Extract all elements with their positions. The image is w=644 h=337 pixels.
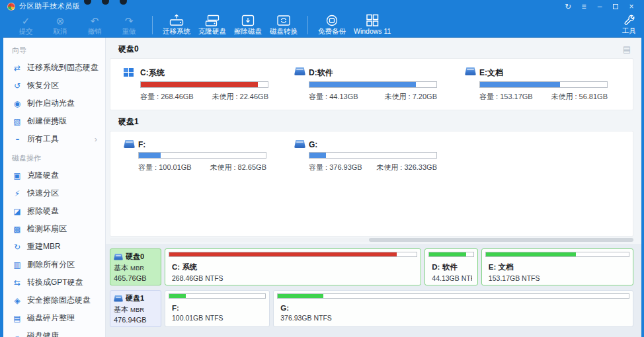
usage-bar xyxy=(309,152,437,159)
delete-partitions-icon: ▥ xyxy=(12,261,22,269)
usage-bar xyxy=(140,81,268,88)
disk1-map-card[interactable]: 硬盘1 基本 MBR 476.94GB xyxy=(110,290,161,327)
map-partition-e[interactable]: E: 文档 153.17GB NTFS xyxy=(481,248,633,285)
portable-version-icon: ▧ xyxy=(12,118,22,126)
drive-icon xyxy=(294,140,305,148)
disk0-map-name: 硬盘0 xyxy=(126,252,144,262)
map-partition-info: 268.46GB NTFS xyxy=(172,274,415,282)
capacity-text: 容量 : 100.01GB xyxy=(138,163,192,172)
undo-button[interactable]: ↶ 撤销 xyxy=(77,13,112,37)
toolbar-divider xyxy=(152,16,153,34)
migrate-system-button[interactable]: 迁移系统 xyxy=(159,13,194,37)
partition-g[interactable]: G: 容量 : 376.93GB 未使用 : 326.33GB xyxy=(294,140,465,172)
disk1-header: 硬盘1 xyxy=(106,110,641,131)
commit-button[interactable]: ✓ 提交 xyxy=(9,13,43,37)
redo-icon: ↷ xyxy=(125,14,134,27)
free-backup-icon xyxy=(324,14,340,27)
usage-bar xyxy=(428,252,474,257)
sidebar-item-wipe-disk[interactable]: ◪ 擦除硬盘 xyxy=(3,202,105,220)
sidebar-item-disk-health[interactable]: ◒ 磁盘健康 xyxy=(3,327,105,337)
unused-text: 未使用 : 7.20GB xyxy=(385,92,437,102)
usage-bar-fill xyxy=(169,294,186,298)
defrag-icon: ▤ xyxy=(12,315,22,322)
sidebar-item-recover-partition[interactable]: ↺ 恢复分区 xyxy=(3,77,105,94)
minimize-button[interactable]: – xyxy=(594,1,606,12)
menu-button[interactable]: ≡ xyxy=(578,1,590,12)
usage-bar-fill xyxy=(169,252,397,256)
sidebar-section-title: 向导 xyxy=(3,40,105,59)
window-title: 分区助手技术员版 xyxy=(19,1,80,11)
sidebar-item-defrag[interactable]: ▤ 磁盘碎片整理 xyxy=(3,309,105,327)
usage-bar xyxy=(138,152,266,159)
clone-disk-button[interactable]: 克隆硬盘 xyxy=(194,13,230,37)
wipe-disk-side-icon: ◪ xyxy=(12,207,22,215)
disk0-map-card[interactable]: 硬盘0 基本 MBR 465.76GB xyxy=(110,248,161,285)
disk-type: 基本 xyxy=(114,305,128,313)
bad-sector-check-icon: ▩ xyxy=(12,225,22,233)
view-toggle-icon[interactable]: ▤ xyxy=(623,44,631,54)
sidebar-item-all-tools[interactable]: ••• 所有工具 › xyxy=(3,130,105,148)
usage-bar xyxy=(479,81,608,88)
partition-name: D:软件 xyxy=(309,67,437,79)
migrate-os-ssd-icon: ⇄ xyxy=(12,64,22,72)
disk0-map-row: 硬盘0 基本 MBR 465.76GB xyxy=(110,248,633,285)
scrollbar-thumb[interactable] xyxy=(369,238,633,242)
capacity-text: 容量 : 268.46GB xyxy=(140,92,194,102)
usage-bar xyxy=(169,252,417,257)
windows11-button[interactable]: Windows 11 xyxy=(350,13,395,36)
sidebar-item-delete-partitions[interactable]: ▥ 删除所有分区 xyxy=(3,256,105,274)
secure-erase-ssd-icon: ◈ xyxy=(12,297,22,305)
convert-disk-button[interactable]: 磁盘转换 xyxy=(266,13,302,37)
map-partition-c[interactable]: C: 系统 268.46GB NTFS xyxy=(165,248,421,285)
usage-bar-fill xyxy=(309,153,326,158)
titlebar: 分区助手技术员版 ↻ ≡ – × xyxy=(3,0,641,13)
undo-icon: ↶ xyxy=(91,14,99,27)
sidebar-item-migrate-os-ssd[interactable]: ⇄ 迁移系统到固态硬盘 xyxy=(3,59,105,77)
sidebar-item-bootable-media[interactable]: ◉ 制作启动光盘 xyxy=(3,94,105,112)
partition-c[interactable]: C:系统 容量 : 268.46GB 未使用 : 22.46GB xyxy=(124,67,294,102)
discard-button[interactable]: ⊗ 取消 xyxy=(43,13,77,37)
usage-bar-fill xyxy=(486,252,576,256)
wipe-disk-button[interactable]: 擦除磁盘 xyxy=(230,13,266,37)
partition-e[interactable]: E:文档 容量 : 153.17GB 未使用 : 56.81GB xyxy=(465,67,635,102)
recover-partition-icon: ↺ xyxy=(12,82,22,90)
tools-button[interactable]: 工具 xyxy=(622,13,636,36)
sidebar-item-secure-erase-ssd[interactable]: ◈ 安全擦除固态硬盘 xyxy=(3,291,105,309)
sidebar-item-convert-gpt[interactable]: ⇆ 转换成GPT硬盘 xyxy=(3,274,105,291)
usage-bar xyxy=(169,293,266,299)
map-partition-d[interactable]: D: 软件 44.13GB NTFS xyxy=(424,248,478,285)
close-button[interactable]: × xyxy=(625,1,637,12)
disk0-card: C:系统 容量 : 268.46GB 未使用 : 22.46GB xyxy=(110,58,633,110)
refresh-button[interactable]: ↻ xyxy=(562,1,574,12)
drive-icon xyxy=(465,67,476,75)
map-partition-info: 153.17GB NTFS xyxy=(489,274,627,282)
sidebar-item-quick-partition[interactable]: ⚡ 快速分区 xyxy=(3,184,105,202)
windows11-icon xyxy=(364,14,380,27)
convert-gpt-icon: ⇆ xyxy=(12,279,22,287)
partition-d[interactable]: D:软件 容量 : 44.13GB 未使用 : 7.20GB xyxy=(294,67,465,102)
map-partition-g[interactable]: G: 376.93GB NTFS xyxy=(273,290,633,327)
redo-button[interactable]: ↷ 重做 xyxy=(112,13,146,37)
partition-f[interactable]: F: 容量 : 100.01GB 未使用 : 82.65GB xyxy=(124,140,294,172)
wipe-disk-icon xyxy=(240,14,256,27)
clone-disk-side-icon: ▣ xyxy=(12,172,22,180)
sidebar-item-clone-disk[interactable]: ▣ 克隆硬盘 xyxy=(3,167,105,184)
unused-text: 未使用 : 22.46GB xyxy=(212,92,268,102)
sidebar-item-portable-version[interactable]: ▧ 创建便携版 xyxy=(3,112,105,130)
maximize-button[interactable] xyxy=(610,1,622,12)
app-window: 分区助手技术员版 ↻ ≡ – × ✓ 提交 ⊗ 取消 ↶ 撤销 ↷ 重做 xyxy=(0,0,644,337)
map-partition-f[interactable]: F: 100.01GB NTFS xyxy=(165,290,270,327)
sidebar-item-rebuild-mbr[interactable]: ↻ 重建MBR xyxy=(3,238,105,256)
sidebar-item-bad-sector-check[interactable]: ▩ 检测坏扇区 xyxy=(3,220,105,238)
disk1-card: F: 容量 : 100.01GB 未使用 : 82.65GB xyxy=(110,131,633,237)
disk-map: 硬盘0 基本 MBR 465.76GB xyxy=(106,244,641,337)
disk-scheme: MBR xyxy=(130,306,144,313)
usage-bar xyxy=(485,252,629,257)
screen-dots xyxy=(84,0,127,5)
drive-icon xyxy=(124,140,135,148)
free-backup-button[interactable]: 免费备份 xyxy=(314,13,350,37)
usage-bar-fill xyxy=(309,82,416,87)
convert-disk-icon xyxy=(276,14,292,27)
usage-bar-fill xyxy=(429,252,466,256)
usage-bar xyxy=(309,81,437,88)
